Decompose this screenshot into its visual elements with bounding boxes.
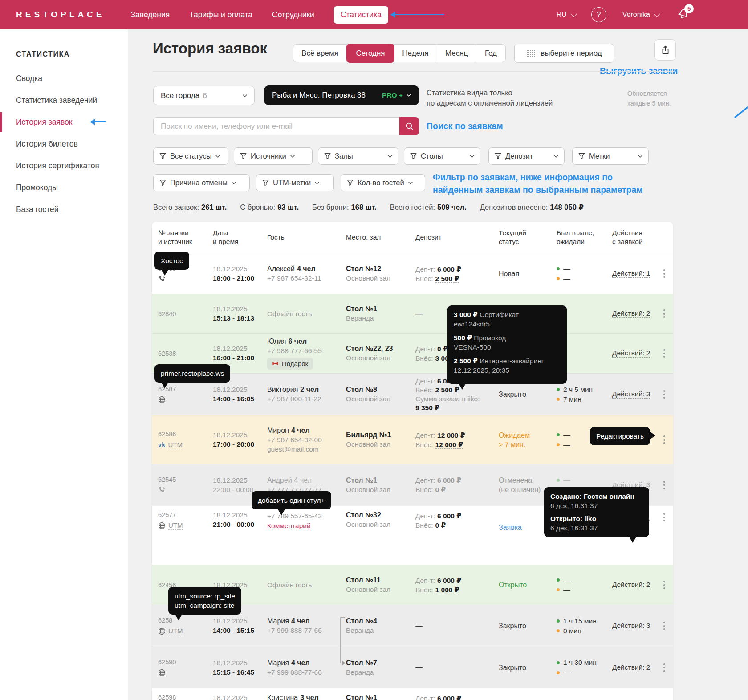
actions-link[interactable]: Действий: 2	[612, 581, 650, 589]
no-deposit: —	[415, 663, 492, 672]
paid-value[interactable]: 1 000 ₽	[435, 586, 459, 594]
sidebar-item-promocodes[interactable]: Промокоды	[16, 183, 58, 192]
kebab-menu[interactable]	[662, 662, 667, 674]
export-button[interactable]	[654, 39, 676, 61]
kebab-menu[interactable]	[662, 268, 667, 280]
status-badge: Открыто	[492, 565, 550, 605]
filter-utm-tags[interactable]: UTM-метки	[256, 174, 334, 191]
kebab-menu[interactable]	[662, 388, 667, 400]
funnel-icon	[495, 153, 501, 159]
kebab-menu[interactable]	[662, 434, 667, 446]
paid-value[interactable]: 12 000 ₽	[435, 441, 463, 449]
status-badge: Отменена(не оплачен)	[492, 464, 550, 505]
table-row[interactable]: 62588 18.12.202518:00 - 21:00 Алексей4 ч…	[152, 253, 673, 294]
kebab-menu[interactable]	[662, 579, 667, 591]
utm-label[interactable]: UTM	[168, 521, 183, 530]
booking-time: 14:00 - 15:15	[213, 627, 261, 635]
city-select[interactable]: Все города6	[153, 86, 255, 105]
gift-badge[interactable]: Подарок	[267, 358, 313, 370]
sidebar-item-summary[interactable]: Сводка	[16, 74, 42, 83]
guest-phone: +7 999 888-77-66	[267, 668, 340, 676]
col-deposit: Депозит	[409, 233, 492, 242]
sidebar-item-bookings-history[interactable]: История заявок	[16, 118, 72, 127]
filter-cancel-reason[interactable]: Причина отмены	[153, 174, 250, 191]
restoplace-logo[interactable]: RESTOPLACE	[16, 10, 105, 20]
in-hall-time: 1 ч 15 мин	[557, 616, 606, 626]
col-date: Датаи время	[207, 228, 261, 246]
user-menu[interactable]: Veronika	[622, 11, 659, 19]
funnel-icon	[262, 179, 269, 186]
sidebar-item-certificates-history[interactable]: История сертификатов	[16, 161, 99, 171]
filter-sources[interactable]: Источники	[234, 147, 313, 165]
export-icon	[661, 45, 670, 55]
table-label: Стол №11	[346, 576, 409, 584]
funnel-icon	[578, 153, 585, 159]
nav-item-venues[interactable]: Заведения	[131, 10, 170, 20]
paid-line: Внёс:1 000 ₽	[415, 585, 492, 594]
filter-guest-count[interactable]: Кол-во гостей	[341, 174, 425, 191]
search-input[interactable]	[153, 117, 399, 135]
chevron-down-icon	[654, 11, 660, 17]
table-row[interactable]: 62598 18.12.2025 Кристина3 чел Стол №1 Д…	[152, 688, 673, 700]
payment-detail: ewr124sdr5	[454, 319, 561, 329]
venue-select[interactable]: Рыба и Мясо, Петровка 38 PRO +	[264, 85, 419, 105]
deposit-line: Деп-т:6 000 ₽	[415, 576, 492, 585]
tab-year[interactable]: Год	[476, 45, 505, 62]
kebab-menu[interactable]	[662, 308, 667, 320]
guest-name: Мария4 чел	[267, 617, 340, 625]
kebab-menu[interactable]	[662, 347, 667, 359]
sidebar-item-tickets-history[interactable]: История билетов	[16, 139, 78, 149]
tab-all-time[interactable]: Всё время	[293, 45, 347, 62]
paid-value[interactable]: 2 500 ₽	[435, 275, 459, 283]
nav-item-tariffs[interactable]: Тарифы и оплата	[189, 10, 252, 20]
actions-link[interactable]: Действий: 3	[612, 622, 650, 630]
help-button[interactable]: ?	[591, 7, 606, 22]
chevron-down-icon	[232, 182, 236, 184]
hall-label: Веранда	[346, 314, 409, 322]
filter-statuses[interactable]: Все статусы	[153, 147, 228, 165]
actions-link[interactable]: Действий: 2	[612, 309, 650, 318]
filter-tables[interactable]: Столы	[404, 147, 480, 165]
actions-link[interactable]: Действий: 2	[612, 663, 650, 672]
filter-halls[interactable]: Залы	[318, 147, 398, 165]
summary-deposits: Депозитов внесено:148 050 ₽	[480, 203, 584, 212]
actions-link[interactable]: Действий: 3	[612, 390, 650, 399]
tab-month[interactable]: Месяц	[437, 45, 476, 62]
funnel-icon	[159, 179, 166, 186]
deposit-line: Деп-т:12 000 ₽	[415, 431, 492, 440]
col-guest: Гость	[261, 233, 340, 242]
table-row[interactable]: 62840 18.12.202515:13 - 18:13 Офлайн гос…	[152, 294, 673, 333]
comment-link[interactable]: Комментарий	[267, 522, 311, 530]
nav-item-staff[interactable]: Сотрудники	[272, 10, 314, 20]
summary-guests: Всего гостей:509 чел.	[390, 203, 467, 212]
sidebar-item-venue-stats[interactable]: Статистика заведений	[16, 96, 97, 105]
kebab-menu[interactable]	[662, 479, 667, 491]
tooltip-tail	[649, 431, 655, 440]
sidebar-item-guest-base[interactable]: База гостей	[16, 205, 58, 214]
kebab-menu[interactable]	[662, 511, 667, 523]
table-row[interactable]: 62590 18.12.202515:15 - 16:45 Мария4 чел…	[152, 647, 673, 688]
payment-amount: 2 500 ₽	[454, 357, 478, 365]
actions-link[interactable]: Действий: 1	[612, 269, 650, 278]
tooltip-source-site: primer.restoplace.ws	[154, 364, 230, 383]
utm-label[interactable]: UTM	[168, 627, 183, 635]
utm-label[interactable]: UTM	[168, 441, 183, 449]
paid-value[interactable]: 2 500 ₽	[435, 386, 459, 394]
tooltip-hostess: Хостес	[154, 252, 189, 270]
tab-today[interactable]: Сегодня	[346, 44, 394, 63]
tab-week[interactable]: Неделя	[394, 45, 437, 62]
choose-period-button[interactable]: выберите период	[514, 44, 614, 63]
language-selector[interactable]: RU	[557, 11, 575, 19]
notifications-button[interactable]: 5	[677, 8, 689, 22]
kebab-menu[interactable]	[662, 620, 667, 632]
filter-tags[interactable]: Метки	[572, 147, 649, 165]
guest-phone: +7 987 654-32-11	[267, 274, 340, 282]
guest-name: Кристина3 чел	[267, 694, 340, 700]
deposit-line: Деп-т:6 000 ₽	[415, 476, 492, 485]
search-button[interactable]	[399, 117, 419, 135]
nav-item-statistics[interactable]: Статистика	[334, 6, 388, 24]
filter-deposit[interactable]: Депозит	[488, 147, 565, 165]
actions-link[interactable]: Действий: 2	[612, 349, 650, 358]
top-navbar: RESTOPLACE Заведения Тарифы и оплата Сот…	[0, 0, 748, 29]
guest-name: Офлайн гость	[267, 310, 340, 318]
